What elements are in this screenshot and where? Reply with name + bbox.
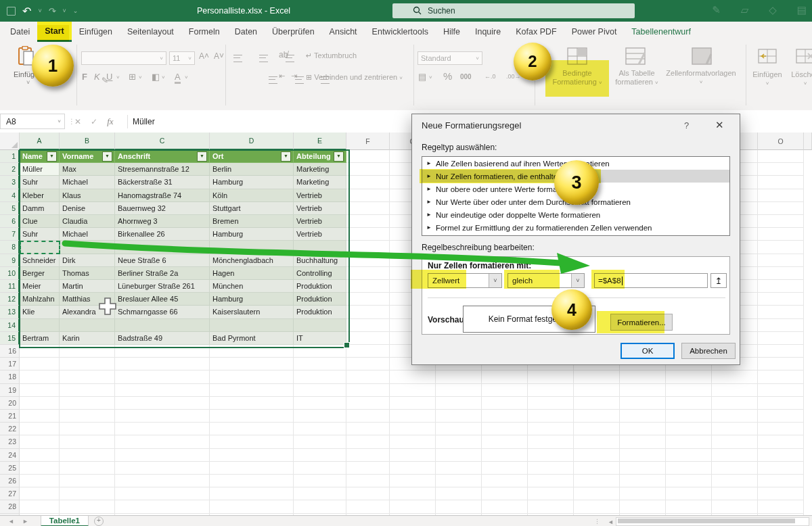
italic-button[interactable]: K [94,72,100,82]
cell-M26[interactable] [666,475,712,487]
cell-A12[interactable]: Mahlzahn [20,293,60,306]
cell-E13[interactable]: Produktion [294,306,346,318]
cell-H18[interactable] [436,370,482,383]
cell-B5[interactable]: Denise [60,202,115,215]
cell-F13[interactable] [346,306,390,318]
cell-D13[interactable]: Kaiserslautern [210,306,294,318]
font-color-dropdown-icon[interactable]: ˅ [185,74,188,80]
row-header-16[interactable]: 16 [0,345,20,358]
cell-O8[interactable] [758,241,804,254]
cell-C13[interactable]: Schmarngasse 66 [115,306,210,318]
cell-E10[interactable]: Controlling [294,267,346,280]
new-sheet-icon[interactable]: + [94,517,104,526]
cell-C19[interactable] [115,384,210,397]
cell-I19[interactable] [482,384,528,397]
cell-B23[interactable] [60,435,115,448]
cell-D11[interactable]: München [210,280,294,293]
cell-E22[interactable] [294,423,346,435]
cell-A25[interactable] [20,462,60,475]
cell-G25[interactable] [390,462,436,475]
cell-C11[interactable]: Lüneburger Straße 261 [115,280,210,293]
cell-M19[interactable] [666,384,712,397]
cell-E4[interactable]: Vertrieb [294,189,346,202]
cell-K26[interactable] [574,475,620,487]
cell-B17[interactable] [60,358,115,370]
cell-D19[interactable] [210,384,294,397]
cell-E19[interactable] [294,384,346,397]
cell-A16[interactable] [20,345,60,358]
cell-H25[interactable] [436,462,482,475]
rule-type-option-6[interactable]: ►Formel zur Ermittlung der zu formatiere… [422,221,729,234]
search-input[interactable]: Suchen [392,3,635,18]
cell-K24[interactable] [574,449,620,462]
cell-N18[interactable] [712,370,758,383]
cell-D14[interactable] [210,319,294,332]
cell-K19[interactable] [574,384,620,397]
row-header-23[interactable]: 23 [0,435,20,448]
cell-L25[interactable] [620,462,666,475]
cell-G27[interactable] [390,487,436,500]
cell-I28[interactable] [482,500,528,513]
column-header-F[interactable]: F [346,133,390,150]
cell-B11[interactable]: Martin [60,280,115,293]
cell-A7[interactable]: Suhr [20,228,60,241]
filter-dropdown-icon[interactable]: ▼ [102,151,112,162]
row-header-9[interactable]: 9 [0,254,20,267]
column-header-B[interactable]: B [60,133,115,150]
fill-color-icon[interactable]: ◧ [152,72,160,82]
row-header-12[interactable]: 12 [0,293,20,306]
cell-M21[interactable] [666,410,712,423]
cell-E17[interactable] [294,358,346,370]
cell-O26[interactable] [758,475,804,487]
cell-B13[interactable]: Alexandra [60,306,115,318]
cell-B12[interactable]: Matthias [60,293,115,306]
cell-A10[interactable]: Berger [20,267,60,280]
cell-B2[interactable]: Max [60,163,115,176]
cell-D7[interactable]: Hamburg [210,228,294,241]
cell-A6[interactable]: Clue [20,215,60,228]
cell-N24[interactable] [712,449,758,462]
horizontal-scrollbar-thumb[interactable] [618,519,795,523]
cell-L22[interactable] [620,423,666,435]
cell-B28[interactable] [60,500,115,513]
cell-K25[interactable] [574,462,620,475]
cell-D25[interactable] [210,462,294,475]
cell-O25[interactable] [758,462,804,475]
cell-O4[interactable] [758,189,804,202]
cell-K28[interactable] [574,500,620,513]
tab-ansicht[interactable]: Ansicht [322,22,365,42]
row-header-7[interactable]: 7 [0,228,20,241]
tab-tabellenentwurf[interactable]: Tabellenentwurf [624,22,698,42]
cell-C17[interactable] [115,358,210,370]
cell-E6[interactable]: Vertrieb [294,215,346,228]
cell-D3[interactable]: Hamburg [210,176,294,189]
cell-B27[interactable] [60,487,115,500]
cell-B6[interactable]: Claudia [60,215,115,228]
cell-D23[interactable] [210,435,294,448]
cell-N28[interactable] [712,500,758,513]
cell-O16[interactable] [758,345,804,358]
tab-start[interactable]: Start [37,22,71,42]
cell-F5[interactable] [346,202,390,215]
number-format-select[interactable]: Standard˅ [418,51,482,65]
align-left-icon[interactable] [269,76,277,84]
cell-F23[interactable] [346,435,390,448]
font-size-select[interactable]: 11˅ [169,51,195,65]
row-header-5[interactable]: 5 [0,202,20,215]
tab-daten[interactable]: Daten [227,22,265,42]
cell-A23[interactable] [20,435,60,448]
shrink-font-icon[interactable]: A˅ [214,51,224,61]
cell-A11[interactable]: Meier [20,280,60,293]
grow-font-icon[interactable]: A˄ [199,51,209,61]
cell-C6[interactable]: Ahornweg 3 [115,215,210,228]
row-header-10[interactable]: 10 [0,267,20,280]
cell-L26[interactable] [620,475,666,487]
cell-B3[interactable]: Michael [60,176,115,189]
cell-H26[interactable] [436,475,482,487]
cell-O23[interactable] [758,435,804,448]
cell-O10[interactable] [758,267,804,280]
cell-O19[interactable] [758,384,804,397]
cell-I23[interactable] [482,435,528,448]
cell-B7[interactable]: Michael [60,228,115,241]
cell-B22[interactable] [60,423,115,435]
